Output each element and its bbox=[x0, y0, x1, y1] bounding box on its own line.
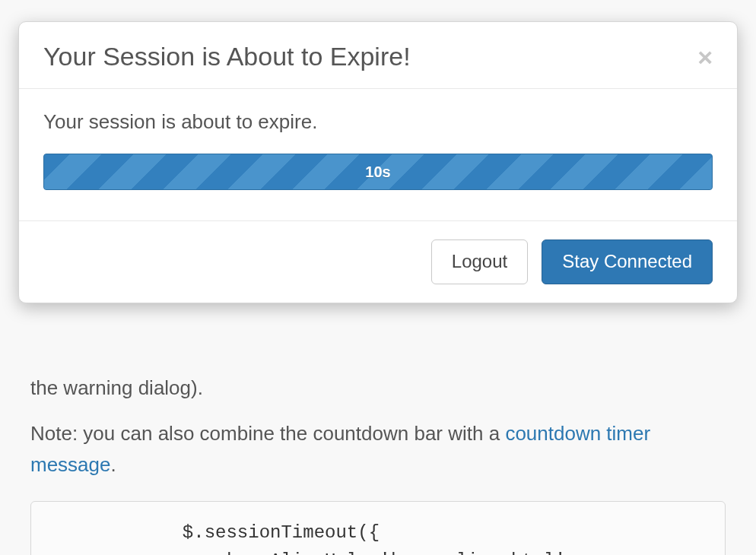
progress-label: 10s bbox=[365, 163, 390, 181]
code-line-1 bbox=[51, 522, 183, 543]
modal-message: Your session is about to expire. bbox=[43, 110, 713, 134]
countdown-progress-bar: 10s bbox=[43, 154, 713, 190]
note-suffix: . bbox=[111, 453, 116, 476]
session-timeout-modal: Your Session is About to Expire! × Your … bbox=[18, 21, 738, 303]
modal-header: Your Session is About to Expire! × bbox=[19, 22, 737, 89]
progress-fill: 10s bbox=[44, 154, 712, 189]
modal-title: Your Session is About to Expire! bbox=[43, 42, 411, 71]
modal-body: Your session is about to expire. 10s bbox=[19, 89, 737, 220]
logout-button[interactable]: Logout bbox=[431, 239, 528, 284]
note-prefix: Note: you can also combine the countdown… bbox=[30, 422, 505, 445]
close-icon[interactable]: × bbox=[697, 44, 713, 70]
background-fragment-text: the warning dialog). bbox=[30, 373, 726, 403]
code-block: $.sessionTimeout({ keepAliveUrl: 'keep-a… bbox=[30, 501, 726, 555]
background-note: Note: you can also combine the countdown… bbox=[30, 418, 726, 480]
code-text-1: $.sessionTimeout({ bbox=[183, 522, 380, 543]
code-line-2 bbox=[51, 550, 183, 555]
modal-footer: Logout Stay Connected bbox=[19, 220, 737, 303]
code-text-2: keepAliveUrl: 'keep-alive.html', bbox=[183, 550, 577, 555]
stay-connected-button[interactable]: Stay Connected bbox=[542, 239, 713, 284]
